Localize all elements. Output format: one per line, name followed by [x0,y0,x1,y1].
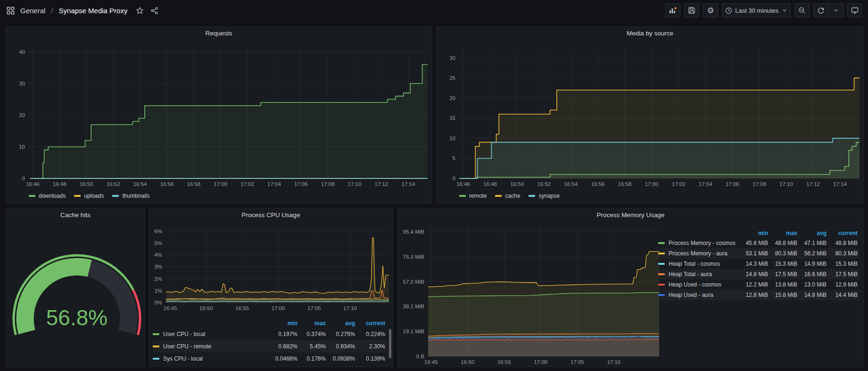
refresh-interval-dropdown[interactable] [828,3,843,17]
svg-text:40: 40 [19,49,25,55]
series-label[interactable]: User CPU - remote [153,343,269,350]
legend-table-row: Sys CPU - local0.0466%0.176%0.0938%0.139… [153,353,387,365]
series-label[interactable]: Process Memory - aura [658,250,741,257]
stat-min: 12.2 MiB [741,281,770,288]
svg-text:17:04: 17:04 [267,181,281,187]
dashboard-settings-button[interactable]: ⚙ [703,3,718,17]
share-icon[interactable] [149,6,159,16]
star-icon[interactable] [135,6,145,16]
requests-chart[interactable]: 16:4616:4816:5016:5216:5416:5616:5817:00… [6,27,432,189]
svg-text:17:00: 17:00 [272,305,285,311]
column-header-current[interactable]: current [828,230,860,236]
series-label[interactable]: User CPU - local [153,331,269,337]
media-by-source-chart[interactable]: 16:4616:4816:5016:5216:5416:5616:5817:00… [437,27,864,189]
panel-media-by-source: Media by source 16:4616:4816:5016:5216:5… [436,26,864,204]
process-memory-chart[interactable]: 16:4516:5016:5517:0017:0517:100 B19.1 Mi… [398,209,662,368]
svg-text:16:46: 16:46 [456,181,470,187]
legend-item-thumbnails[interactable]: thumbnails [112,193,149,199]
series-label[interactable]: Heap Used - cosmos [658,281,741,288]
stat-current: 12.9 MiB [828,281,860,288]
stat-current: 14.4 MiB [828,292,860,298]
panel-title[interactable]: Media by source [437,30,863,37]
stat-min: 0.197% [269,331,299,337]
svg-text:25: 25 [449,75,455,81]
legend-item-downloads[interactable]: downloads [29,193,66,199]
panel-title[interactable]: Process CPU Usage [149,211,393,219]
stat-min: 45.6 MiB [741,240,770,246]
media-legend: remotecachesynapse [459,193,560,199]
svg-text:17:06: 17:06 [294,181,308,187]
column-header-avg[interactable]: avg [328,320,357,327]
series-color-chip [29,195,35,197]
series-label[interactable]: Sys CPU - local [153,355,269,362]
svg-text:16:45: 16:45 [424,359,438,365]
legend-item-remote[interactable]: remote [459,193,487,199]
legend-item-uploads[interactable]: uploads [74,193,104,199]
stat-avg: 14.9 MiB [799,261,828,267]
stat-current: 48.8 MiB [828,240,860,246]
series-label[interactable]: Heap Total - cosmos [658,261,741,267]
dashboards-grid-icon[interactable] [6,6,16,16]
time-range-picker[interactable]: Last 30 minutes [722,3,791,17]
process-cpu-chart[interactable]: 16:4516:5016:5517:0017:0517:100%1%2%3%4%… [149,209,394,318]
column-header-min[interactable]: min [741,230,770,236]
monitor-icon [851,7,859,14]
stat-max: 13.8 MiB [770,281,799,288]
svg-text:4%: 4% [154,252,162,258]
legend-scrollbar[interactable] [389,329,391,358]
series-color-chip [495,195,502,197]
grafana-dashboard: General / Synapse Media Proxy [0,0,868,371]
svg-text:17:08: 17:08 [752,181,766,187]
column-header-max[interactable]: max [299,320,328,327]
legend-table-row: Heap Total - aura14.8 MiB17.5 MiB16.6 Mi… [658,269,860,279]
svg-text:3%: 3% [154,264,162,270]
column-header-max[interactable]: max [770,230,799,236]
series-name: User CPU - remote [163,343,211,350]
column-header-current[interactable]: current [357,320,387,327]
stat-avg: 13.0 MiB [799,281,828,288]
series-label[interactable]: Heap Used - aura [658,292,741,298]
stat-max: 17.5 MiB [770,271,799,278]
breadcrumb-folder[interactable]: General [20,7,45,15]
stat-avg: 16.6 MiB [799,271,828,278]
svg-text:17:14: 17:14 [833,181,847,187]
stat-current: 17.5 MiB [828,271,860,278]
cycle-view-mode-button[interactable] [847,3,862,17]
svg-text:16:55: 16:55 [235,305,249,311]
svg-text:16:52: 16:52 [107,181,120,187]
svg-text:17:05: 17:05 [307,305,321,311]
series-name: Heap Used - cosmos [669,281,721,288]
panel-title[interactable]: Process Memory Usage [398,211,863,219]
series-name: Sys CPU - local [163,355,203,362]
series-label[interactable]: Process Memory - cosmos [658,240,741,246]
svg-text:17:10: 17:10 [343,305,357,311]
cpu-legend-table: minmaxavgcurrentUser CPU - local0.197%0.… [153,319,387,365]
add-panel-button[interactable] [665,3,680,17]
svg-text:30: 30 [19,81,25,86]
stat-min: 0.0466% [269,355,299,362]
stat-max: 80.3 MiB [770,250,799,257]
panel-title[interactable]: Requests [6,30,431,37]
svg-text:16:58: 16:58 [187,181,200,187]
svg-text:17:06: 17:06 [726,181,739,187]
series-color-chip [658,263,665,265]
svg-text:15: 15 [449,115,455,121]
panel-title[interactable]: Cache hits [6,211,145,219]
svg-text:30: 30 [449,55,455,61]
zoom-out-time-button[interactable] [794,3,810,17]
series-color-chip [74,195,81,197]
refresh-button[interactable] [813,3,828,17]
legend-table-header: minmaxavgcurrent [153,319,387,328]
stat-avg: 0.0938% [328,355,357,362]
legend-item-cache[interactable]: cache [495,193,520,199]
series-label[interactable]: Heap Total - aura [658,271,741,278]
column-header-min[interactable]: min [269,320,299,327]
save-dashboard-button[interactable] [684,3,699,17]
stat-max: 15.3 MiB [770,261,799,267]
legend-item-synapse[interactable]: synapse [529,193,560,199]
chevron-down-icon [782,8,787,13]
column-header-avg[interactable]: avg [799,230,828,236]
svg-text:20: 20 [19,112,25,118]
series-name: Heap Used - aura [669,292,713,298]
stat-min: 12.8 MiB [741,292,770,298]
